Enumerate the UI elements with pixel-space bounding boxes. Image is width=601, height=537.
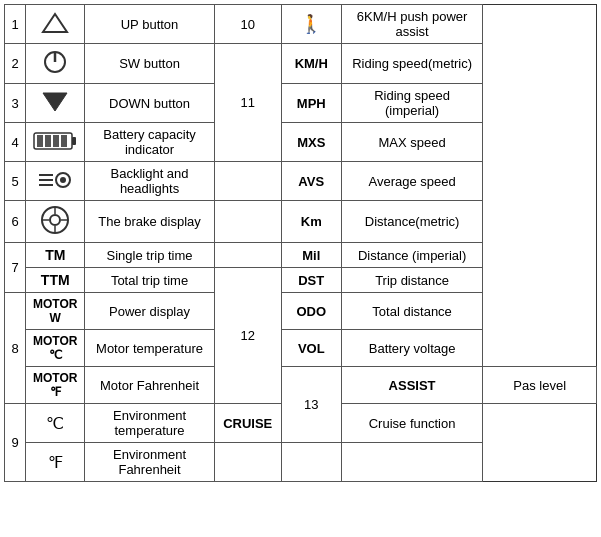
label-sw-button: SW button	[85, 44, 215, 84]
icon-motor-w: MOTOR W	[26, 293, 85, 330]
icon-tm: TM	[26, 243, 85, 268]
icon-backlight	[26, 162, 85, 201]
abbr-mph: MPH	[281, 84, 341, 123]
desc-avg-speed: Average speed	[341, 162, 482, 201]
abbr-avs: AVS	[281, 162, 341, 201]
table-row: 4 Battery capacity indicator MXS MAX spe…	[5, 123, 597, 162]
table-row: 8 MOTOR W Power display ODO Total distan…	[5, 293, 597, 330]
abbr-kmh: KM/H	[281, 44, 341, 84]
desc-distance-imperial: Distance (imperial)	[341, 243, 482, 268]
label-motor-temp: Motor temperature	[85, 330, 215, 367]
mid-num-empty-7a	[214, 243, 281, 268]
label-env-fahrenheit: Environment Fahrenheit	[85, 443, 215, 482]
icon-fahrenheit: ℉	[26, 443, 85, 482]
svg-rect-9	[61, 135, 67, 147]
label-total-trip: Total trip time	[85, 268, 215, 293]
abbr-odo: ODO	[281, 293, 341, 330]
label-down-button: DOWN button	[85, 84, 215, 123]
table-row: 1 UP button 10 🚶 6KM/H push power assist	[5, 5, 597, 44]
abbr-assist: ASSIST	[341, 367, 482, 404]
desc-trip-distance: Trip distance	[341, 268, 482, 293]
svg-rect-8	[53, 135, 59, 147]
icon-motor-celsius: MOTOR ℃	[26, 330, 85, 367]
row-num-1: 1	[5, 5, 26, 44]
table-row: 6 The brake display Km Distance(metric)	[5, 201, 597, 243]
icon-down-button	[26, 84, 85, 123]
label-battery: Battery capacity indicator	[85, 123, 215, 162]
icon-sw-button	[26, 44, 85, 84]
mid-num-empty-6	[214, 201, 281, 243]
icon-celsius: ℃	[26, 404, 85, 443]
svg-rect-7	[45, 135, 51, 147]
row-num-9: 9	[5, 404, 26, 482]
svg-point-14	[60, 177, 66, 183]
desc-battery-voltage: Battery voltage	[341, 330, 482, 367]
desc-distance-metric: Distance(metric)	[341, 201, 482, 243]
icon-up-button	[26, 5, 85, 44]
table-row: TTM Total trip time 12 DST Trip distance	[5, 268, 597, 293]
abbr-empty-9b	[281, 443, 341, 482]
row-num-6: 6	[5, 201, 26, 243]
label-single-trip: Single trip time	[85, 243, 215, 268]
row-num-3: 3	[5, 84, 26, 123]
mid-num-12: 12	[214, 268, 281, 404]
abbr-walk: 🚶	[281, 5, 341, 44]
icon-motor-fahrenheit: MOTOR ℉	[26, 367, 85, 404]
svg-rect-5	[72, 137, 76, 145]
desc-total-distance: Total distance	[341, 293, 482, 330]
row-num-5: 5	[5, 162, 26, 201]
table-row: MOTOR ℉ Motor Fahrenheit 13 ASSIST Pas l…	[5, 367, 597, 404]
svg-marker-0	[43, 14, 67, 32]
desc-push-power: 6KM/H push power assist	[341, 5, 482, 44]
label-backlight: Backlight and headlights	[85, 162, 215, 201]
svg-rect-6	[37, 135, 43, 147]
desc-cruise: Cruise function	[341, 404, 482, 443]
abbr-cruise: CRUISE	[214, 404, 281, 443]
table-row: MOTOR ℃ Motor temperature VOL Battery vo…	[5, 330, 597, 367]
mid-num-empty-9b	[214, 443, 281, 482]
icon-brake	[26, 201, 85, 243]
row-num-4: 4	[5, 123, 26, 162]
abbr-mil: Mil	[281, 243, 341, 268]
mid-num-10: 10	[214, 5, 281, 44]
table-row: 7 TM Single trip time Mil Distance (impe…	[5, 243, 597, 268]
table-row: 2 SW button 11 KM/H Riding speed(metric)	[5, 44, 597, 84]
icon-ttm: TTM	[26, 268, 85, 293]
row-num-7: 7	[5, 243, 26, 293]
label-power-display: Power display	[85, 293, 215, 330]
abbr-dst: DST	[281, 268, 341, 293]
mid-num-13: 13	[281, 367, 341, 443]
label-brake: The brake display	[85, 201, 215, 243]
mid-num-empty-5	[214, 162, 281, 201]
desc-riding-metric: Riding speed(metric)	[341, 44, 482, 84]
label-motor-fahrenheit: Motor Fahrenheit	[85, 367, 215, 404]
svg-marker-3	[43, 93, 67, 111]
row-num-2: 2	[5, 44, 26, 84]
desc-pas-level: Pas level	[483, 367, 597, 404]
abbr-vol: VOL	[281, 330, 341, 367]
label-up-button: UP button	[85, 5, 215, 44]
abbr-mxs: MXS	[281, 123, 341, 162]
icon-battery	[26, 123, 85, 162]
row-num-8: 8	[5, 293, 26, 404]
table-row: 5 Backlight and headlights AVS Average s…	[5, 162, 597, 201]
desc-empty-9b	[341, 443, 482, 482]
table-row: 3 DOWN button MPH Riding speed (imperial…	[5, 84, 597, 123]
table-row: ℉ Environment Fahrenheit	[5, 443, 597, 482]
abbr-km: Km	[281, 201, 341, 243]
label-env-temp: Environment temperature	[85, 404, 215, 443]
desc-max-speed: MAX speed	[341, 123, 482, 162]
mid-num-11: 11	[214, 44, 281, 162]
desc-riding-imperial: Riding speed (imperial)	[341, 84, 482, 123]
svg-point-16	[50, 215, 60, 225]
